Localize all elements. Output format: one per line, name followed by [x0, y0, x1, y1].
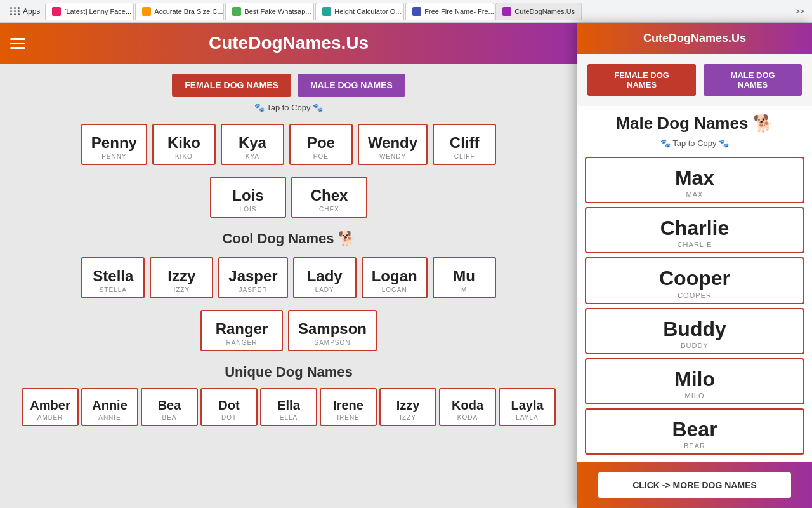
- name-card-koda[interactable]: Koda KODA: [439, 388, 496, 426]
- name-card-layla[interactable]: Layla LAYLA: [499, 388, 556, 426]
- top-names-grid: Penny PENNY Kiko KIKO Kya KYA Poe POE We…: [10, 121, 567, 168]
- tab-bra[interactable]: Accurate Bra Size C...: [135, 3, 224, 20]
- overlay-name-bear[interactable]: Bear BEAR: [585, 408, 804, 455]
- name-card-izzy2[interactable]: Izzy IZZY: [379, 388, 436, 426]
- overlay-female-btn[interactable]: FEMALE DOG NAMES: [587, 64, 696, 96]
- overlay-tap-copy: 🐾 Tap to Copy 🐾: [577, 136, 812, 153]
- cool-names-grid: Stella STELLA Izzy IZZY Jasper JASPER La…: [10, 255, 567, 301]
- second-row-grid: Lois LOIS Chex CHEX: [10, 174, 567, 220]
- more-tabs-button[interactable]: >>: [793, 4, 807, 18]
- name-card-kiko[interactable]: Kiko KIKO: [152, 124, 216, 165]
- main-content: CuteDogNames.Us FEMALE DOG NAMES MALE DO…: [0, 23, 577, 508]
- name-card-dot[interactable]: Dot DOT: [200, 388, 258, 426]
- name-card-poe[interactable]: Poe POE: [289, 124, 353, 165]
- cool-second-row-grid: Ranger RANGER Sampson SAMPSON: [10, 307, 567, 354]
- overlay-name-charlie[interactable]: Charlie CHARLIE: [585, 207, 804, 253]
- overlay-section-title: Male Dog Names 🐕: [577, 106, 812, 136]
- hamburger-menu[interactable]: [10, 36, 25, 51]
- overlay-name-max[interactable]: Max MAX: [585, 157, 804, 203]
- site-title: CuteDogNames.Us: [209, 33, 369, 53]
- name-card-kya[interactable]: Kya KYA: [221, 124, 284, 165]
- name-card-penny[interactable]: Penny PENNY: [81, 124, 147, 165]
- tab-whatsapp[interactable]: Best Fake Whatsap...: [225, 3, 314, 20]
- browser-tabs: [Latest] Lenny Face... Accurate Bra Size…: [45, 3, 793, 20]
- name-card-jasper[interactable]: Jasper JASPER: [218, 257, 287, 298]
- tab-lenny[interactable]: [Latest] Lenny Face...: [45, 3, 134, 20]
- site-header: CuteDogNames.Us: [0, 23, 577, 64]
- name-card-amber[interactable]: Amber AMBER: [22, 388, 79, 426]
- overlay-name-buddy[interactable]: Buddy BUDDY: [585, 308, 804, 354]
- apps-label: Apps: [23, 7, 40, 16]
- name-card-logan[interactable]: Logan LOGAN: [362, 257, 428, 298]
- name-card-ranger[interactable]: Ranger RANGER: [200, 310, 283, 351]
- tab-freefire[interactable]: Free Fire Name- Fre...: [405, 3, 494, 20]
- tab-height[interactable]: Height Calculator O...: [315, 3, 404, 20]
- male-dog-names-button[interactable]: MALE DOG NAMES: [298, 74, 405, 97]
- overlay-names-list: Max MAX Charlie CHARLIE Cooper COOPER Bu…: [577, 153, 812, 462]
- tap-to-copy-text: 🐾 Tap to Copy 🐾: [10, 103, 567, 112]
- overlay-panel: CuteDogNames.Us FEMALE DOG NAMES MALE DO…: [577, 23, 812, 508]
- name-card-lady[interactable]: Lady LADY: [293, 257, 357, 298]
- name-card-chex[interactable]: Chex CHEX: [291, 177, 367, 218]
- name-card-bea[interactable]: Bea BEA: [141, 388, 198, 426]
- overlay-buttons: FEMALE DOG NAMES MALE DOG NAMES: [577, 54, 812, 106]
- cool-section-title: Cool Dog Names 🐕: [10, 231, 567, 247]
- more-dog-names-button[interactable]: CLICK -> MORE DOG NAMES: [598, 472, 791, 498]
- name-card-stella[interactable]: Stella STELLA: [81, 257, 145, 298]
- tab-cutedognames[interactable]: CuteDogNames.Us: [495, 3, 582, 20]
- unique-section-title: Unique Dog Names: [10, 364, 567, 380]
- page-inner: FEMALE DOG NAMES MALE DOG NAMES 🐾 Tap to…: [0, 64, 577, 508]
- name-card-mu[interactable]: Mu M: [433, 257, 496, 298]
- name-card-cliff[interactable]: Cliff CLIFF: [433, 124, 496, 165]
- overlay-male-btn[interactable]: MALE DOG NAMES: [704, 64, 802, 96]
- female-dog-names-button[interactable]: FEMALE DOG NAMES: [172, 74, 291, 97]
- name-card-irene[interactable]: Irene IRENE: [320, 388, 377, 426]
- name-card-annie[interactable]: Annie ANNIE: [81, 388, 138, 426]
- overlay-name-cooper[interactable]: Cooper COOPER: [585, 257, 804, 304]
- overlay-header: CuteDogNames.Us: [577, 23, 812, 54]
- top-buttons: FEMALE DOG NAMES MALE DOG NAMES: [10, 74, 567, 97]
- overlay-title-text: CuteDogNames.Us: [643, 32, 746, 44]
- name-card-ella[interactable]: Ella ELLA: [260, 388, 317, 426]
- unique-names-grid: Amber AMBER Annie ANNIE Bea BEA Dot DOT …: [10, 388, 567, 426]
- name-card-izzy[interactable]: Izzy IZZY: [150, 257, 213, 298]
- browser-bar: Apps [Latest] Lenny Face... Accurate Bra…: [0, 0, 812, 23]
- apps-button[interactable]: Apps: [5, 4, 45, 18]
- name-card-wendy[interactable]: Wendy WENDY: [358, 124, 428, 165]
- overlay-name-milo[interactable]: Milo MILO: [585, 358, 804, 404]
- name-card-lois[interactable]: Lois LOIS: [210, 177, 286, 218]
- overlay-footer: CLICK -> MORE DOG NAMES: [577, 462, 812, 508]
- name-card-sampson[interactable]: Sampson SAMPSON: [288, 310, 377, 351]
